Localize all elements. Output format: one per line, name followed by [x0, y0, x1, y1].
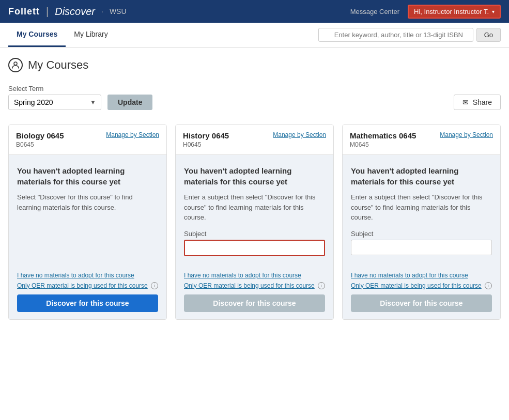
oer-link-biology[interactable]: Only OER material is being used for this…: [17, 282, 148, 289]
oer-info-icon-biology[interactable]: i: [151, 282, 158, 289]
term-left: Select Term Spring 2020 ▼ Update: [8, 85, 152, 110]
course-info-mathematics: Mathematics 0645 M0645: [350, 131, 416, 148]
course-code-history: H0645: [183, 141, 229, 148]
course-card-header-history: History 0645 H0645 Manage by Section: [176, 125, 333, 155]
not-adopted-desc-biology: Select "Discover for this course" to fin…: [17, 192, 158, 212]
term-select[interactable]: Spring 2020: [8, 95, 101, 110]
course-card-body-biology: You haven't adopted learning materials f…: [9, 155, 166, 267]
oer-row-history: Only OER material is being used for this…: [184, 282, 325, 289]
header-dot: ·: [101, 7, 103, 15]
oer-row-mathematics: Only OER material is being used for this…: [351, 282, 492, 289]
discover-button-biology[interactable]: Discover for this course: [17, 294, 158, 312]
share-button[interactable]: ✉ Share: [454, 95, 501, 110]
nav-search: 🔍 Go: [318, 28, 501, 42]
course-info-history: History 0645 H0645: [183, 131, 229, 148]
tab-my-library[interactable]: My Library: [66, 23, 116, 47]
discover-button-mathematics[interactable]: Discover for this course: [351, 294, 492, 312]
course-card-body-history: You haven't adopted learning materials f…: [176, 155, 333, 267]
oer-link-history[interactable]: Only OER material is being used for this…: [184, 282, 315, 289]
no-materials-link-mathematics[interactable]: I have no materials to adopt for this co…: [351, 272, 492, 279]
manage-section-link-history[interactable]: Manage by Section: [273, 131, 326, 138]
share-button-label: Share: [473, 98, 492, 106]
course-card-footer-history: I have no materials to adopt for this co…: [176, 267, 333, 319]
no-materials-link-history[interactable]: I have no materials to adopt for this co…: [184, 272, 325, 279]
page-content: My Courses Select Term Spring 2020 ▼ Upd…: [0, 48, 509, 420]
course-code-biology: B0645: [16, 141, 64, 148]
not-adopted-title-mathematics: You haven't adopted learning materials f…: [351, 165, 492, 187]
courses-grid: Biology 0645 B0645 Manage by Section You…: [8, 125, 501, 320]
oer-row-biology: Only OER material is being used for this…: [17, 282, 158, 289]
header-left: Follett | Discover · WSU: [8, 6, 127, 18]
course-card-mathematics: Mathematics 0645 M0645 Manage by Section…: [342, 125, 501, 320]
user-menu-button[interactable]: Hi, Instructor Instructor T. ▾: [408, 5, 501, 19]
page-title-row: My Courses: [8, 58, 501, 72]
nav-bar: My Courses My Library 🔍 Go: [0, 23, 509, 48]
course-card-body-mathematics: You haven't adopted learning materials f…: [343, 155, 500, 267]
institution-name: WSU: [110, 7, 127, 15]
course-name-mathematics: Mathematics 0645: [350, 131, 416, 140]
tab-my-courses[interactable]: My Courses: [8, 23, 66, 47]
discover-button-history[interactable]: Discover for this course: [184, 294, 325, 312]
course-card-history: History 0645 H0645 Manage by Section You…: [175, 125, 334, 320]
not-adopted-title-history: You haven't adopted learning materials f…: [184, 165, 325, 187]
no-materials-link-biology[interactable]: I have no materials to adopt for this co…: [17, 272, 158, 279]
user-name-label: Hi, Instructor Instructor T.: [414, 8, 489, 15]
oer-info-icon-mathematics[interactable]: i: [485, 282, 492, 289]
user-menu-chevron-icon: ▾: [492, 9, 495, 14]
update-button[interactable]: Update: [107, 95, 152, 110]
course-card-footer-biology: I have no materials to adopt for this co…: [9, 267, 166, 319]
subject-field-mathematics: Subject: [351, 230, 492, 255]
subject-field-history: Subject: [184, 230, 325, 256]
page-title: My Courses: [28, 58, 88, 72]
share-envelope-icon: ✉: [462, 98, 469, 106]
search-wrapper: 🔍: [318, 28, 473, 42]
course-card-header-mathematics: Mathematics 0645 M0645 Manage by Section: [343, 125, 500, 155]
course-card-header-biology: Biology 0645 B0645 Manage by Section: [9, 125, 166, 155]
message-center-link[interactable]: Message Center: [350, 8, 399, 15]
subject-input-history[interactable]: [184, 240, 325, 256]
not-adopted-desc-mathematics: Enter a subject then select "Discover fo…: [351, 192, 492, 223]
term-row: Select Term Spring 2020 ▼ Update ✉ Share: [8, 85, 501, 110]
search-input[interactable]: [318, 28, 473, 42]
term-label: Select Term: [8, 85, 101, 92]
course-info-biology: Biology 0645 B0645: [16, 131, 64, 148]
course-name-history: History 0645: [183, 131, 229, 140]
manage-section-link-biology[interactable]: Manage by Section: [106, 131, 159, 138]
oer-info-icon-history[interactable]: i: [318, 282, 325, 289]
subject-label-mathematics: Subject: [351, 230, 492, 238]
term-selector-wrapper: Select Term Spring 2020 ▼: [8, 85, 101, 110]
not-adopted-desc-history: Enter a subject then select "Discover fo…: [184, 192, 325, 223]
header: Follett | Discover · WSU Message Center …: [0, 0, 509, 23]
svg-point-0: [14, 62, 17, 65]
nav-tabs: My Courses My Library: [8, 23, 116, 47]
search-go-button[interactable]: Go: [476, 28, 501, 42]
manage-section-link-mathematics[interactable]: Manage by Section: [440, 131, 493, 138]
header-divider: |: [46, 6, 49, 18]
oer-link-mathematics[interactable]: Only OER material is being used for this…: [351, 282, 482, 289]
subject-input-mathematics[interactable]: [351, 240, 492, 255]
not-adopted-title-biology: You haven't adopted learning materials f…: [17, 165, 158, 187]
course-card-footer-mathematics: I have no materials to adopt for this co…: [343, 267, 500, 319]
course-name-biology: Biology 0645: [16, 131, 64, 140]
course-code-mathematics: M0645: [350, 141, 416, 148]
discover-logo: Discover: [55, 6, 95, 18]
follett-logo: Follett: [8, 6, 40, 17]
term-select-wrapper: Spring 2020 ▼: [8, 95, 101, 110]
subject-label-history: Subject: [184, 230, 325, 238]
header-right: Message Center Hi, Instructor Instructor…: [350, 5, 501, 19]
course-card-biology: Biology 0645 B0645 Manage by Section You…: [8, 125, 167, 320]
page-title-icon: [8, 58, 23, 72]
